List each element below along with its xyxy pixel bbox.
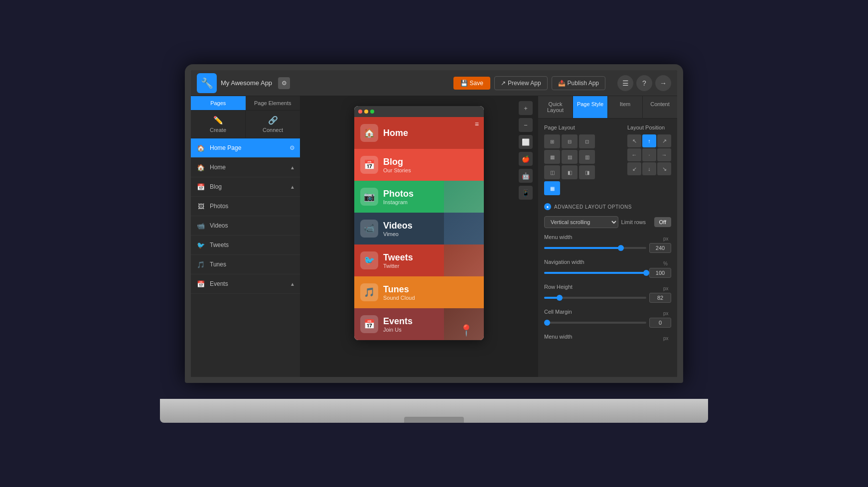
settings-icon[interactable]: ⚙ <box>289 144 295 151</box>
limit-rows-label: Limit rows <box>621 219 651 225</box>
nav-width-control: Navigation width % <box>544 259 671 278</box>
tab-content[interactable]: Content <box>643 96 677 118</box>
apple-icon: 🍎 <box>522 155 530 163</box>
tab-pages[interactable]: Pages <box>191 96 246 110</box>
app-logo: 🔧 <box>197 73 217 93</box>
phone-item-tweets: 🐦 Tweets Twitter <box>354 244 484 276</box>
layout-btn-8[interactable]: ◧ <box>562 165 578 179</box>
layout-btn-9[interactable]: ◨ <box>579 165 595 179</box>
cell-margin-input[interactable] <box>649 318 671 328</box>
row-height-thumb[interactable] <box>557 295 563 301</box>
pos-btn-br[interactable]: ↘ <box>657 162 671 175</box>
toolbar-right-icons: ☰ ? → <box>617 75 671 91</box>
sidebar-item-tunes[interactable]: 🎵 Tunes <box>191 255 300 274</box>
advanced-toggle[interactable]: ● ADVANCED LAYOUT OPTIONS <box>544 203 671 210</box>
layout-btn-6[interactable]: ▥ <box>579 150 595 164</box>
layout-btn-5[interactable]: ▤ <box>562 150 578 164</box>
list-icon-button[interactable]: ☰ <box>617 75 633 91</box>
sidebar-actions: ✏️ Create 🔗 Connect <box>191 111 300 138</box>
position-grid: ↖ ↑ ↗ ← · → ↙ ↓ ↘ <box>627 134 671 175</box>
arrow-up-icon-blog: ▲ <box>290 184 295 190</box>
tunes-menu-icon: 🎵 <box>360 283 378 301</box>
nav-width-thumb[interactable] <box>643 270 649 276</box>
blog-menu-icon: 📅 <box>360 156 378 174</box>
right-panel-content: Page Layout ⊞ ⊟ ⊡ ▦ ▤ ▥ ◫ <box>538 119 677 377</box>
help-icon-button[interactable]: ? <box>636 75 652 91</box>
pos-btn-tc[interactable]: ↑ <box>642 134 656 147</box>
preview-button[interactable]: ↗ Preview App <box>494 76 548 90</box>
phone-header <box>354 106 484 117</box>
publish-icon: 📤 <box>558 80 566 87</box>
tab-page-elements[interactable]: Page Elements <box>246 96 300 110</box>
menu-width-track[interactable] <box>544 247 646 249</box>
limit-rows-toggle[interactable]: Off <box>654 217 671 227</box>
phone-item-blog: 📅 Blog Our Stories <box>354 149 484 181</box>
layout-btn-2[interactable]: ⊟ <box>562 134 578 148</box>
ios-preview-button[interactable]: 🍎 <box>519 152 533 166</box>
row-height-control: Row Height px <box>544 284 671 303</box>
mobile-preview-button[interactable]: 📱 <box>519 186 533 200</box>
menu-width-input[interactable] <box>649 243 671 253</box>
layout-btn-3[interactable]: ⊡ <box>579 134 595 148</box>
row-height-input[interactable] <box>649 293 671 303</box>
phone-menu-items: ≡ 🏠 Home 📅 Blog <box>354 117 484 340</box>
sidebar-active-page[interactable]: 🏠 Home Page ⚙ <box>191 138 300 158</box>
pos-btn-bl[interactable]: ↙ <box>627 162 641 175</box>
pos-btn-mr[interactable]: → <box>657 148 671 161</box>
arrow-up-icon-events: ▲ <box>290 281 295 287</box>
pos-btn-mc[interactable]: · <box>642 148 656 161</box>
android-preview-button[interactable]: 🤖 <box>519 169 533 183</box>
events-menu-icon: 📅 <box>360 315 378 333</box>
right-panel-tabs: Quick Layout Page Style Item Content <box>538 96 677 119</box>
pos-btn-tl[interactable]: ↖ <box>627 134 641 147</box>
fit-screen-button[interactable]: ⬜ <box>519 135 533 149</box>
layout-btn-4[interactable]: ▦ <box>544 150 560 164</box>
sidebar-item-photos[interactable]: 🖼 Photos <box>191 197 300 216</box>
sidebar-item-events[interactable]: 📅 Events ▲ <box>191 274 300 294</box>
nav-width-unit: % <box>663 261 671 266</box>
row-height-track[interactable] <box>544 297 646 299</box>
nav-width-input[interactable] <box>649 268 671 278</box>
phone-item-photos: 📷 Photos Instagram <box>354 181 484 213</box>
logout-icon-button[interactable]: → <box>655 75 671 91</box>
zoom-in-button[interactable]: + <box>519 101 533 115</box>
publish-button[interactable]: 📤 Publish App <box>552 76 605 90</box>
sidebar-item-videos[interactable]: 📹 Videos <box>191 216 300 236</box>
page-layout-grid: ⊞ ⊟ ⊡ ▦ ▤ ▥ ◫ ◧ ◨ <box>544 134 595 179</box>
pos-btn-tr[interactable]: ↗ <box>657 134 671 147</box>
dot-green <box>370 110 374 114</box>
tab-quick-layout[interactable]: Quick Layout <box>538 96 573 118</box>
menu-width-thumb[interactable] <box>618 245 624 251</box>
sidebar-item-blog[interactable]: 📅 Blog ▲ <box>191 177 300 197</box>
phone-item-home: ≡ 🏠 Home <box>354 117 484 149</box>
preview-icon: ↗ <box>501 80 506 87</box>
gear-button[interactable]: ⚙ <box>278 77 290 89</box>
laptop-wrapper: 🔧 My Awesome App ⚙ 💾 Save ↗ Preview App … <box>160 64 708 423</box>
action-connect[interactable]: 🔗 Connect <box>246 111 300 138</box>
pos-btn-bc[interactable]: ↓ <box>642 162 656 175</box>
cell-margin-thumb[interactable] <box>544 320 550 326</box>
home-icon: 🏠 <box>196 162 206 172</box>
pos-btn-ml[interactable]: ← <box>627 148 641 161</box>
zoom-out-button[interactable]: − <box>519 118 533 132</box>
dot-yellow <box>364 110 368 114</box>
layout-section: Page Layout ⊞ ⊟ ⊡ ▦ ▤ ▥ ◫ <box>544 124 671 195</box>
tab-item[interactable]: Item <box>608 96 643 118</box>
layout-btn-1[interactable]: ⊞ <box>544 134 560 148</box>
layout-btn-7[interactable]: ◫ <box>544 165 560 179</box>
tab-page-style[interactable]: Page Style <box>573 96 608 118</box>
save-button[interactable]: 💾 Save <box>453 77 490 90</box>
cell-margin-track[interactable] <box>544 322 646 324</box>
sidebar-item-home[interactable]: 🏠 Home ▲ <box>191 158 300 177</box>
tweets-icon: 🐦 <box>196 240 206 250</box>
layout-btn-active[interactable]: ▦ <box>544 181 560 195</box>
scroll-direction-select[interactable]: Vertical scrolling Horizontal scrolling <box>544 216 618 228</box>
nav-width-track[interactable] <box>544 272 646 274</box>
right-panel: Quick Layout Page Style Item Content <box>538 96 677 377</box>
menu-width-unit: px <box>663 236 671 242</box>
menu-width-control: Menu width px <box>544 234 671 253</box>
action-create[interactable]: ✏️ Create <box>191 111 246 138</box>
sidebar-item-tweets[interactable]: 🐦 Tweets <box>191 236 300 255</box>
cell-margin-unit: px <box>663 311 671 316</box>
page-layout-title: Page Layout <box>544 124 595 130</box>
